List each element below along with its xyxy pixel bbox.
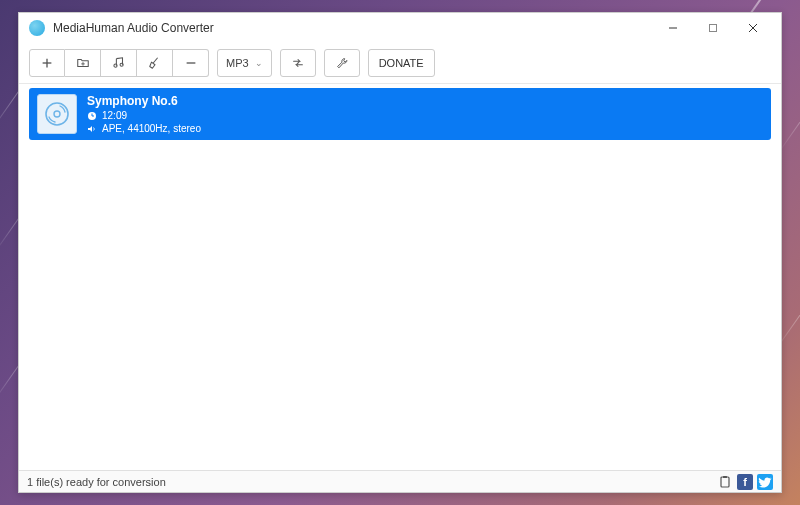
convert-icon	[291, 56, 305, 70]
format-select[interactable]: MP3 ⌄	[217, 49, 272, 77]
track-duration: 12:09	[102, 110, 127, 121]
maximize-icon	[708, 23, 718, 33]
svg-line-10	[153, 58, 157, 63]
facebook-button[interactable]: f	[737, 474, 753, 490]
toolbar: MP3 ⌄ DONATE	[19, 43, 781, 84]
svg-rect-18	[723, 476, 727, 478]
twitter-button[interactable]	[757, 474, 773, 490]
twitter-icon	[757, 474, 773, 490]
minus-icon	[184, 56, 198, 70]
donate-label: DONATE	[379, 57, 424, 69]
close-button[interactable]	[733, 14, 773, 42]
svg-rect-17	[721, 477, 729, 487]
speaker-icon	[87, 124, 97, 134]
window-controls	[653, 14, 773, 42]
track-list: Symphony No.6 12:09 APE, 44100Hz, stereo	[19, 84, 781, 470]
minimize-icon	[668, 23, 678, 33]
track-duration-row: 12:09	[87, 110, 201, 121]
track-info: Symphony No.6 12:09 APE, 44100Hz, stereo	[87, 94, 201, 134]
folder-add-icon	[76, 56, 90, 70]
facebook-icon: f	[743, 476, 747, 488]
track-format-row: APE, 44100Hz, stereo	[87, 123, 201, 134]
convert-button[interactable]	[280, 49, 316, 77]
clear-button[interactable]	[137, 49, 173, 77]
add-folder-button[interactable]	[65, 49, 101, 77]
statusbar: 1 file(s) ready for conversion f	[19, 470, 781, 492]
disc-icon	[44, 101, 70, 127]
minimize-button[interactable]	[653, 14, 693, 42]
track-item[interactable]: Symphony No.6 12:09 APE, 44100Hz, stereo	[29, 88, 771, 140]
donate-button[interactable]: DONATE	[368, 49, 435, 77]
social-links: f	[717, 474, 773, 490]
track-album-art	[37, 94, 77, 134]
svg-point-9	[120, 63, 123, 66]
add-file-button[interactable]	[29, 49, 65, 77]
window-title: MediaHuman Audio Converter	[53, 21, 653, 35]
app-icon	[29, 20, 45, 36]
maximize-button[interactable]	[693, 14, 733, 42]
titlebar: MediaHuman Audio Converter	[19, 13, 781, 43]
toolbar-group-convert	[280, 49, 316, 77]
chevron-down-icon: ⌄	[255, 58, 263, 68]
toolbar-group-file	[29, 49, 209, 77]
app-window: MediaHuman Audio Converter	[18, 12, 782, 493]
track-format: APE, 44100Hz, stereo	[102, 123, 201, 134]
svg-point-12	[46, 103, 68, 125]
clipboard-icon	[718, 475, 732, 489]
plus-icon	[40, 56, 54, 70]
status-text: 1 file(s) ready for conversion	[27, 476, 166, 488]
settings-button[interactable]	[324, 49, 360, 77]
add-tracks-button[interactable]	[101, 49, 137, 77]
music-list-icon	[112, 56, 126, 70]
remove-button[interactable]	[173, 49, 209, 77]
close-icon	[748, 23, 758, 33]
svg-rect-1	[710, 25, 717, 32]
broom-icon	[148, 56, 162, 70]
svg-point-13	[54, 111, 60, 117]
paste-link-button[interactable]	[717, 474, 733, 490]
format-label: MP3	[226, 57, 249, 69]
track-title: Symphony No.6	[87, 94, 201, 108]
wrench-icon	[335, 56, 349, 70]
toolbar-group-settings	[324, 49, 360, 77]
clock-icon	[87, 111, 97, 121]
